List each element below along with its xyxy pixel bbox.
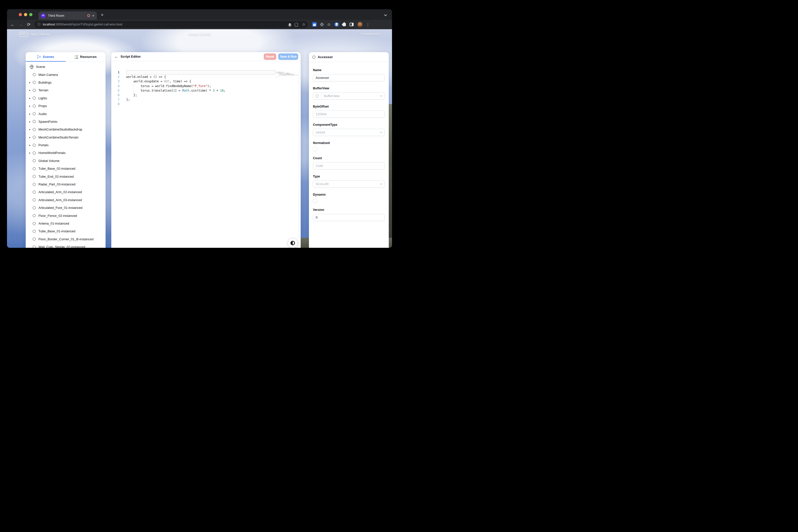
code-line[interactable]	[126, 70, 276, 75]
tree-item-audio[interactable]: ▸Audio	[26, 110, 106, 117]
tree-item-buildings[interactable]: ▸Buildings	[26, 79, 106, 86]
tree-item-articulated-arm-03-instanced[interactable]: Articulated_Arm_03-instanced	[26, 196, 106, 204]
dynamic-checkbox[interactable]	[313, 198, 317, 203]
tree-item-wall-coin-simple-02-instanced[interactable]: Wall_Coin_Simple_02-instanced	[26, 243, 106, 248]
bookmark-star-icon[interactable]: ☆	[302, 22, 305, 26]
notifications-status[interactable]: 0 Notifications	[360, 32, 381, 36]
minimap-line: torus.translation[1] = Math.sin(time) * …	[276, 75, 298, 76]
expand-arrow-icon[interactable]: ▸	[29, 120, 33, 123]
tree-item-tube-base-02-instanced[interactable]: Tube_Base_02-instanced	[26, 165, 106, 172]
tab-scenes[interactable]: Scenes	[26, 52, 65, 61]
tree-item-articulated-arm-02-instanced[interactable]: Articulated_Arm_02-instanced	[26, 188, 106, 196]
tree-item-props[interactable]: ▸Props	[26, 102, 106, 110]
code-token: );	[207, 84, 211, 88]
tree-item-tube-base-01-instanced[interactable]: Tube_Base_01-instanced	[26, 227, 106, 235]
expand-arrow-icon[interactable]: ▸	[29, 151, 33, 154]
code-line[interactable]: torus = world.findNodeByName("P_Turn");	[126, 84, 276, 88]
tab-resources[interactable]: Resources	[65, 52, 106, 61]
expand-arrow-icon[interactable]: ▸	[29, 144, 33, 147]
node-circle-icon	[33, 191, 36, 194]
tree-item-meshcombinestudioterrain[interactable]: ▸MeshCombineStudioTerrain	[26, 133, 106, 141]
name-value: Accessor	[316, 76, 382, 80]
browser-tab[interactable]: Third Room ×	[38, 12, 97, 20]
tree-item-tube-end-02-instanced[interactable]: Tube_End_02-instanced	[26, 172, 106, 180]
expand-arrow-icon[interactable]: ▸	[29, 113, 33, 115]
address-bar[interactable]: ⓘ localhost:3000/world/!vjrzmTVOcyIsLgaA…	[34, 21, 308, 28]
code-line[interactable]: torus.translation[1] = Math.sin(time) * …	[126, 88, 276, 93]
microphone-icon[interactable]	[289, 23, 291, 26]
tree-item-spawnpoints[interactable]: ▸SpawnPoints	[26, 118, 106, 126]
profile-avatar[interactable]	[357, 22, 363, 27]
tree-item-meshcombinestudiobackdrop[interactable]: ▸MeshCombineStudioBackdrop	[26, 126, 106, 133]
resources-list-icon	[75, 55, 78, 58]
expand-arrow-icon[interactable]: ▸	[29, 89, 33, 92]
extensions-puzzle-icon[interactable]	[343, 23, 346, 26]
tree-item-homeworldportals[interactable]: ▸HomeWorldPortals	[26, 149, 106, 157]
extension-document-icon[interactable]	[335, 22, 339, 27]
tree-root-scene[interactable]: Scene	[26, 63, 106, 71]
chevron-down-icon	[380, 131, 382, 133]
tree-item-floor-fence-02-instanced[interactable]: Floor_Fence_02-instanced	[26, 212, 106, 219]
expand-arrow-icon[interactable]: ▸	[29, 136, 33, 139]
code-line[interactable]: };	[126, 93, 276, 97]
code-area[interactable]: world.onload = () => { world.onupdate = …	[126, 70, 276, 107]
save-run-button[interactable]: Save & Run	[278, 53, 298, 60]
site-info-icon[interactable]: ⓘ	[37, 22, 41, 27]
tree-item-label: Wall_Coin_Simple_02-instanced	[38, 245, 85, 248]
tree-item-terrain[interactable]: ▸Terrain	[26, 86, 106, 94]
password-manager-extension-icon[interactable]	[312, 22, 317, 27]
tab-search-chevron-icon[interactable]	[384, 13, 387, 16]
byteoffset-input[interactable]: 120504	[313, 111, 385, 118]
back-button[interactable]: ←	[11, 22, 15, 27]
code-line[interactable]: };	[126, 97, 276, 102]
code-line[interactable]	[126, 102, 276, 106]
tree-item-floor-border-corner-01-b-instanced[interactable]: Floor_Border_Corner_01_B-instanced	[26, 235, 106, 243]
reset-button[interactable]: Reset	[264, 53, 276, 60]
extension-diamond-icon[interactable]	[320, 22, 324, 27]
browser-menu-icon[interactable]: ⋮	[366, 23, 370, 26]
side-panel-icon[interactable]	[349, 23, 354, 26]
tree-item-radar-part-03-instanced[interactable]: Radar_Part_03-instanced	[26, 180, 106, 188]
version-input[interactable]: 0	[313, 214, 385, 221]
forward-button[interactable]: →	[19, 22, 23, 27]
code-line[interactable]: world.onupdate = (dt, time) => {	[126, 79, 276, 83]
expand-arrow-icon[interactable]: ▸	[29, 128, 33, 131]
tree-item-global-volume[interactable]: Global Volume	[26, 157, 106, 165]
code-token: "P_Turn"	[193, 84, 207, 88]
expand-arrow-icon[interactable]: ▸	[29, 104, 33, 107]
extension-recycle-icon[interactable]: ♻	[327, 23, 330, 26]
expand-arrow-icon[interactable]: ▸	[29, 81, 33, 84]
world-overlay-bar: ESC Open Overlay Home World 0 Notificati…	[7, 29, 392, 40]
tree-item-portals[interactable]: ▸Portals	[26, 141, 106, 149]
tree-item-antena-01-instanced[interactable]: Antena_01-instanced	[26, 220, 106, 227]
tree-item-lights[interactable]: ▸Lights	[26, 94, 106, 102]
code-token: 18	[220, 89, 224, 92]
count-input[interactable]: 2184	[313, 162, 385, 169]
field-label-byteoffset: ByteOffset	[313, 105, 385, 108]
new-tab-button[interactable]: +	[101, 13, 103, 17]
code-editor[interactable]: 12345678 world.onload = () => { world.on…	[111, 61, 301, 248]
code-line[interactable]: world.onload = () => {	[126, 75, 276, 79]
code-token: ] =	[175, 89, 182, 92]
field-label-version: Version	[313, 208, 385, 212]
macos-close-button[interactable]	[19, 13, 22, 16]
field-label-count: Count	[313, 156, 385, 160]
back-arrow-icon[interactable]: ←	[114, 55, 118, 59]
normalized-checkbox[interactable]	[313, 147, 317, 151]
tab-resources-label: Resources	[80, 55, 97, 59]
bufferview-select[interactable]: BufferView	[313, 92, 385, 99]
editor-theme-toggle-button[interactable]	[288, 238, 298, 248]
name-input[interactable]: Accessor	[313, 74, 385, 81]
macos-minimize-button[interactable]	[24, 13, 27, 16]
tab-close-icon[interactable]: ×	[92, 14, 94, 17]
type-select[interactable]: SCALAR	[313, 180, 385, 188]
tree-item-articulated-foot-01-instanced[interactable]: Articulated_Foot_01-instanced	[26, 204, 106, 212]
reload-button[interactable]: ⟳	[27, 22, 31, 27]
globe-icon	[30, 65, 34, 69]
share-icon[interactable]	[295, 23, 298, 26]
componenttype-select[interactable]: Uint16	[313, 129, 385, 136]
tree-item-main-camera[interactable]: Main Camera	[26, 71, 106, 78]
expand-arrow-icon[interactable]: ▸	[29, 97, 33, 99]
minimap[interactable]: world.onload = () => { world.onupdate = …	[276, 71, 298, 79]
macos-zoom-button[interactable]	[29, 13, 33, 16]
